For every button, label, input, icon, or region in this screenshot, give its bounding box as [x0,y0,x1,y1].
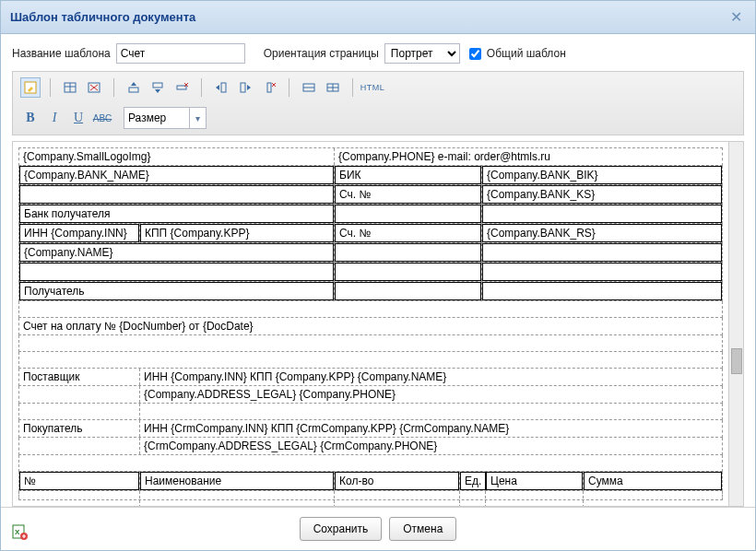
th-unit[interactable]: Ед. [461,473,486,490]
cell[interactable]: {CrmCompany.ADDRESS_LEGAL} {CrmCompany.P… [140,438,722,454]
cell[interactable] [19,386,140,403]
form-row: Название шаблона Ориентация страницы Пор… [12,43,744,64]
th-num[interactable]: № [20,473,139,490]
cell[interactable]: {Company.BANK_RS} [482,224,722,242]
cell[interactable] [335,243,482,262]
svg-rect-13 [241,83,245,92]
editor-toolbar: HTML B I U ABC ▾ [12,71,744,135]
cell[interactable]: {Company.NAME} [19,243,335,262]
template-name-input[interactable] [116,43,245,64]
svg-rect-12 [221,83,226,92]
delete-col-icon[interactable] [259,77,279,98]
cell[interactable]: {Company.NAME} [20,244,334,262]
cell[interactable]: Сч. № [336,225,481,242]
cell[interactable]: {Company.BANK_BIK} [483,167,722,184]
cell[interactable]: Банк получателя [19,205,335,223]
cell[interactable]: КПП {Company.KPP} [140,224,335,242]
cell[interactable] [482,263,722,281]
cell[interactable]: {Company.BANK_KS} [483,186,722,204]
cell[interactable] [19,438,140,454]
close-icon[interactable]: ✕ [726,8,746,26]
cell[interactable]: {Company.PHONE} e-mail: order@htmls.ru [335,148,722,165]
cell[interactable]: БИК [336,167,481,184]
html-source-button[interactable]: HTML [362,77,383,98]
cell[interactable] [140,404,722,420]
insert-row-after-icon[interactable] [148,77,168,98]
orientation-select[interactable]: Портрет [384,43,460,64]
underline-button[interactable]: U [68,108,89,128]
dialog-footer: X Сохранить Отмена [1,507,755,550]
split-cells-icon[interactable] [323,77,343,98]
cell[interactable] [19,185,335,204]
svg-rect-7 [129,88,138,92]
insert-col-after-icon[interactable] [235,77,255,98]
save-button[interactable]: Сохранить [300,517,383,541]
cell[interactable]: {Company.SmallLogoImg} [19,148,335,165]
cell[interactable]: {Company.BANK_NAME} [19,166,335,184]
cancel-button[interactable]: Отмена [389,517,456,541]
cell[interactable]: ИНН {CrmCompany.INN} КПП {CrmCompany.KPP… [140,420,722,437]
insert-row-before-icon[interactable] [124,77,144,98]
cell[interactable]: Получатель [20,283,334,300]
excel-export-icon[interactable]: X [12,524,29,541]
italic-button[interactable]: I [44,108,65,128]
cell[interactable]: {Company.BANK_NAME} [20,167,334,184]
cell[interactable] [482,243,722,262]
strikethrough-button[interactable]: ABC [92,108,112,128]
cell[interactable] [19,301,722,318]
cell[interactable]: ИНН {Company.INN} [19,224,140,242]
titlebar: Шаблон табличного документа ✕ [1,1,755,34]
th-name[interactable]: Наименование [141,473,334,490]
merge-cells-icon[interactable] [299,77,319,98]
delete-table-icon[interactable] [84,77,104,98]
shared-checkbox[interactable] [469,48,481,60]
cell[interactable] [482,282,722,300]
cell[interactable]: Счет на оплату № {DocNumber} от {DocDate… [19,318,722,334]
cell[interactable] [335,263,482,281]
cell[interactable]: ИНН {Company.INN} КПП {Company.KPP} {Com… [140,369,722,385]
cell[interactable]: Сч. № [335,185,482,204]
cell[interactable] [19,455,722,472]
cell[interactable]: БИК [335,166,482,184]
delete-row-icon[interactable] [171,77,192,98]
toolbar-row-1: HTML [20,77,736,98]
cell[interactable]: {Company.BANK_RS} [483,225,722,242]
cell[interactable] [19,263,335,281]
cell[interactable]: {Company.BANK_BIK} [482,166,722,184]
font-size-input[interactable] [124,109,189,127]
cell[interactable]: Сч. № [335,224,482,242]
cell[interactable]: ИНН {Company.INN} [20,225,139,242]
cell[interactable]: {Company.ADDRESS_LEGAL} {Company.PHONE} [140,386,722,403]
dialog: Шаблон табличного документа ✕ Название ш… [0,0,756,551]
insert-col-before-icon[interactable] [211,77,231,98]
cell[interactable]: Поставщик [19,369,140,385]
cell[interactable]: Сч. № [336,186,481,204]
cell[interactable]: Покупатель [19,420,140,437]
scrollbar-thumb[interactable] [731,348,742,374]
svg-rect-8 [153,83,162,88]
chevron-down-icon[interactable]: ▾ [189,108,206,128]
document-editor[interactable]: {Company.SmallLogoImg} {Company.PHONE} e… [13,142,728,506]
cell[interactable] [19,352,722,369]
th-price[interactable]: Цена [487,473,583,490]
cell[interactable]: Получатель [19,282,335,300]
shared-label: Общий шаблон [487,47,566,60]
edit-mode-icon[interactable] [20,77,41,98]
cell[interactable] [335,205,482,223]
insert-table-icon[interactable] [60,77,80,98]
th-sum[interactable]: Сумма [585,473,722,490]
bold-button[interactable]: B [20,108,41,128]
template-name-label: Название шаблона [12,47,111,60]
cell[interactable] [335,282,482,300]
dialog-body: Название шаблона Ориентация страницы Пор… [1,34,755,507]
cell[interactable] [482,205,722,223]
cell[interactable]: КПП {Company.KPP} [141,225,334,242]
cell[interactable] [19,335,722,352]
cell[interactable]: Банк получателя [20,205,334,223]
outer-scrollbar[interactable] [728,142,743,506]
cell[interactable]: {Company.BANK_KS} [482,185,722,204]
toolbar-row-2: B I U ABC ▾ [20,107,736,129]
th-qty[interactable]: Кол-во [336,473,459,490]
cell[interactable] [19,404,140,420]
font-size-select[interactable]: ▾ [124,107,207,129]
